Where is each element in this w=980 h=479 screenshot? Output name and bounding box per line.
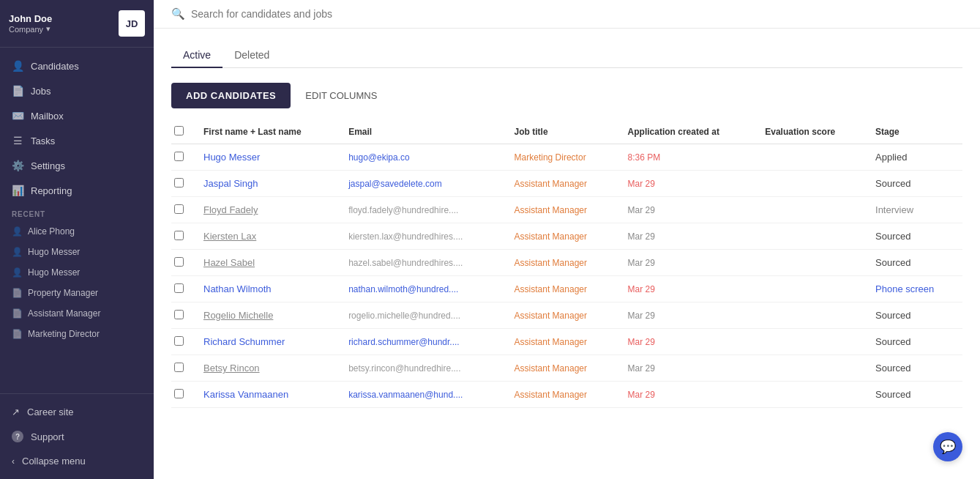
row-name[interactable]: Hazel Sabel — [195, 250, 340, 276]
row-name[interactable]: Betsy Rincon — [195, 355, 340, 382]
row-select-checkbox[interactable] — [174, 204, 184, 214]
sidebar-item-career-site[interactable]: ↗ Career site — [0, 400, 154, 424]
row-name[interactable]: Jaspal Singh — [195, 171, 340, 197]
search-icon: 🔍 — [171, 7, 185, 21]
row-name[interactable]: Nathan Wilmoth — [195, 276, 340, 302]
sidebar-item-tasks[interactable]: ☰ Tasks — [0, 128, 154, 153]
row-eval-score — [756, 223, 867, 250]
candidate-stage: Sourced — [875, 310, 910, 321]
main-content: 🔍 Active Deleted ADD CANDIDATES EDIT COL… — [154, 0, 980, 479]
tab-deleted[interactable]: Deleted — [222, 43, 281, 68]
row-name[interactable]: Floyd Fadely — [195, 197, 340, 223]
company-name: John Doe — [9, 13, 52, 24]
row-name[interactable]: Richard Schummer — [195, 329, 340, 355]
row-created-at: Mar 29 — [619, 197, 757, 223]
candidate-job-title: Assistant Manager — [515, 179, 587, 189]
row-select-checkbox[interactable] — [174, 336, 184, 346]
candidate-name-link[interactable]: Floyd Fadely — [203, 204, 258, 215]
search-input[interactable] — [191, 8, 962, 20]
candidate-name-link[interactable]: Jaspal Singh — [203, 178, 258, 189]
sidebar-item-support[interactable]: ? Support — [0, 424, 154, 449]
row-select-checkbox[interactable] — [174, 310, 184, 319]
candidate-job-title: Assistant Manager — [515, 390, 587, 400]
col-header-eval-score: Evaluation score — [756, 120, 867, 144]
row-created-at: Mar 29 — [619, 223, 757, 250]
row-select-checkbox[interactable] — [174, 178, 184, 187]
add-candidates-button[interactable]: ADD CANDIDATES — [171, 83, 291, 108]
external-link-icon: ↗ — [12, 406, 20, 417]
sidebar-item-candidates[interactable]: 👤 Candidates — [0, 53, 154, 78]
recent-item-property-manager[interactable]: 📄 Property Manager — [0, 283, 154, 303]
candidate-stage: Applied — [875, 152, 907, 163]
sidebar-item-collapse-menu[interactable]: ‹ Collapse menu — [0, 449, 154, 473]
sidebar-item-mailbox[interactable]: ✉️ Mailbox — [0, 103, 154, 128]
recent-item-alice-phong[interactable]: 👤 Alice Phong — [0, 221, 154, 242]
row-created-at: 8:36 PM — [619, 144, 757, 171]
sidebar-item-jobs[interactable]: 📄 Jobs — [0, 78, 154, 103]
row-select-checkbox[interactable] — [174, 231, 184, 240]
sidebar-item-reporting[interactable]: 📊 Reporting — [0, 178, 154, 203]
user-icon: 👤 — [12, 226, 22, 237]
row-select-checkbox[interactable] — [174, 283, 184, 293]
sidebar-item-label: Candidates — [31, 61, 79, 72]
sidebar-item-label: Career site — [27, 406, 74, 417]
row-created-at: Mar 29 — [619, 382, 757, 408]
sidebar-header: John Doe Company ▾ JD — [0, 0, 154, 48]
candidate-name-link[interactable]: Rogelio Michelle — [203, 310, 273, 321]
search-wrap: 🔍 — [171, 7, 962, 21]
row-job-title: Assistant Manager — [506, 197, 619, 223]
row-name[interactable]: Hugo Messer — [195, 144, 340, 171]
edit-columns-button[interactable]: EDIT COLUMNS — [302, 83, 380, 108]
row-created-at: Mar 29 — [619, 250, 757, 276]
table-row: Hazel Sabel hazel.sabel@hundredhires....… — [171, 250, 962, 276]
candidate-name-link[interactable]: Richard Schummer — [203, 336, 285, 347]
table-row: Nathan Wilmoth nathan.wilmoth@hundred...… — [171, 276, 962, 302]
user-icon: 👤 — [12, 267, 22, 278]
row-job-title: Assistant Manager — [506, 302, 619, 329]
row-stage: Sourced — [867, 171, 962, 197]
recent-item-hugo-messer-1[interactable]: 👤 Hugo Messer — [0, 242, 154, 262]
candidate-date: Mar 29 — [628, 284, 655, 294]
candidate-name-link[interactable]: Karissa Vanmaanen — [203, 389, 288, 400]
candidate-email: rogelio.michelle@hundred.... — [348, 311, 460, 321]
select-all-checkbox[interactable] — [174, 126, 184, 135]
row-select-checkbox[interactable] — [174, 257, 184, 267]
tasks-icon: ☰ — [12, 135, 23, 146]
candidate-name-link[interactable]: Nathan Wilmoth — [203, 283, 271, 294]
recent-item-hugo-messer-2[interactable]: 👤 Hugo Messer — [0, 262, 154, 283]
recent-item-marketing-director[interactable]: 📄 Marketing Director — [0, 324, 154, 344]
candidate-name-link[interactable]: Hazel Sabel — [203, 257, 255, 268]
recent-section-label: RECENT — [0, 203, 154, 221]
col-header-created-at: Application created at — [619, 120, 757, 144]
row-select-checkbox[interactable] — [174, 389, 184, 398]
recent-item-assistant-manager[interactable]: 📄 Assistant Manager — [0, 303, 154, 324]
chat-bubble[interactable]: 💬 — [933, 432, 962, 461]
candidate-name-link[interactable]: Hugo Messer — [203, 152, 260, 163]
row-job-title: Assistant Manager — [506, 276, 619, 302]
row-select-checkbox[interactable] — [174, 363, 184, 372]
recent-item-label: Hugo Messer — [28, 267, 80, 278]
row-job-title: Assistant Manager — [506, 329, 619, 355]
table-row: Betsy Rincon betsy.rincon@hundredhire...… — [171, 355, 962, 382]
table-row: Kiersten Lax kiersten.lax@hundredhires..… — [171, 223, 962, 250]
candidate-job-title: Assistant Manager — [515, 284, 587, 294]
row-eval-score — [756, 171, 867, 197]
row-name[interactable]: Rogelio Michelle — [195, 302, 340, 329]
row-name[interactable]: Kiersten Lax — [195, 223, 340, 250]
recent-item-label: Property Manager — [28, 288, 98, 298]
document-icon: 📄 — [12, 288, 22, 298]
row-name[interactable]: Karissa Vanmaanen — [195, 382, 340, 408]
candidate-stage: Sourced — [875, 389, 910, 400]
candidate-name-link[interactable]: Kiersten Lax — [203, 231, 256, 242]
candidate-email: nathan.wilmoth@hundred.... — [348, 284, 458, 294]
row-eval-score — [756, 355, 867, 382]
action-row: ADD CANDIDATES EDIT COLUMNS — [171, 83, 962, 108]
document-icon: 📄 — [12, 85, 23, 97]
row-checkbox-cell — [171, 223, 195, 250]
row-checkbox-cell — [171, 171, 195, 197]
candidate-name-link[interactable]: Betsy Rincon — [203, 363, 260, 374]
row-select-checkbox[interactable] — [174, 152, 184, 161]
sidebar-item-settings[interactable]: ⚙️ Settings — [0, 153, 154, 178]
user-icon: 👤 — [12, 60, 23, 72]
tab-active[interactable]: Active — [171, 43, 222, 68]
